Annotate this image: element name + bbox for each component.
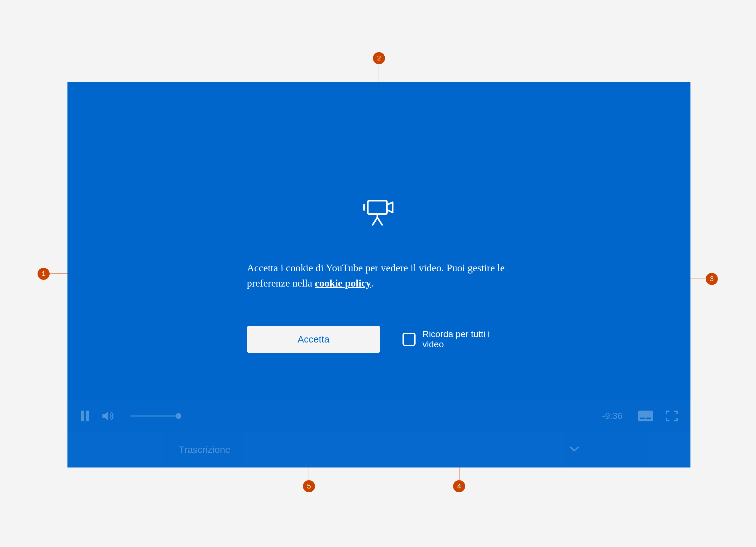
- svg-rect-10: [646, 417, 651, 419]
- svg-line-4: [373, 218, 377, 225]
- svg-rect-9: [640, 417, 645, 419]
- fullscreen-icon[interactable]: [666, 410, 678, 421]
- time-remaining: -9:36: [602, 411, 622, 421]
- cookie-policy-link[interactable]: cookie policy: [315, 277, 371, 289]
- video-camera-icon: [361, 197, 396, 228]
- volume-slider-thumb[interactable]: [176, 413, 181, 419]
- video-controls-bar: -9:36: [67, 400, 690, 432]
- annotation-badge-2: 2: [373, 52, 385, 64]
- annotation-badge-3: 3: [706, 273, 718, 285]
- chevron-down-icon: [570, 446, 579, 453]
- video-player-container: Accetta i cookie di YouTube per vedere i…: [67, 82, 690, 467]
- remember-checkbox[interactable]: [403, 333, 416, 346]
- volume-slider[interactable]: [130, 415, 181, 417]
- svg-rect-6: [81, 410, 84, 421]
- captions-icon[interactable]: [638, 410, 653, 421]
- cookie-action-row: Accetta Ricorda per tutti i video: [247, 326, 511, 353]
- svg-rect-0: [368, 201, 387, 214]
- accept-button[interactable]: Accetta: [247, 326, 380, 353]
- pause-icon[interactable]: [80, 410, 90, 421]
- transcript-bar[interactable]: Trascrizione: [67, 432, 690, 467]
- cookie-message-prefix: Accetta i cookie di YouTube per vedere i…: [247, 262, 505, 289]
- volume-icon[interactable]: [102, 410, 115, 421]
- cookie-message-suffix: .: [371, 277, 374, 289]
- annotation-badge-5: 5: [303, 480, 315, 492]
- svg-rect-8: [638, 410, 653, 421]
- annotation-badge-1: 1: [38, 268, 50, 280]
- svg-rect-7: [86, 410, 89, 421]
- transcript-label: Trascrizione: [179, 444, 230, 455]
- remember-checkbox-label: Ricorda per tutti i video: [423, 329, 511, 349]
- annotation-badge-4: 4: [453, 480, 465, 492]
- svg-line-5: [377, 218, 382, 225]
- cookie-message-text: Accetta i cookie di YouTube per vedere i…: [247, 260, 511, 291]
- remember-checkbox-wrapper[interactable]: Ricorda per tutti i video: [403, 329, 511, 349]
